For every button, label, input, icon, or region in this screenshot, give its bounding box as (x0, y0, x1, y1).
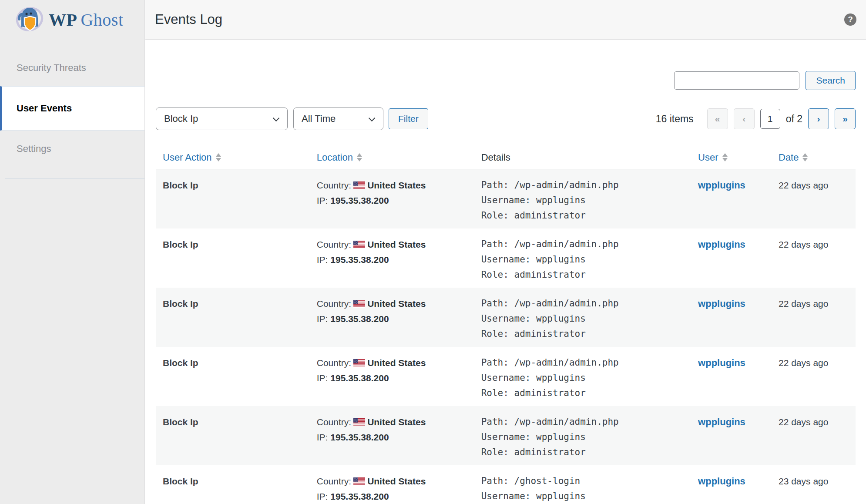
user-link[interactable]: wpplugins (698, 476, 745, 487)
us-flag-icon (353, 241, 365, 249)
filter-row: Block Ip All Time Filter 16 items « ‹ of… (156, 108, 856, 130)
help-icon[interactable]: ? (844, 13, 856, 26)
user-action-cell: Block Ip (156, 347, 310, 406)
time-filter-select[interactable]: All Time (293, 108, 383, 130)
ip-line: IP: 195.35.38.200 (317, 193, 467, 208)
details-line: Path: /wp-admin/admin.php (481, 237, 684, 252)
location-cell: Country:United States IP: 195.35.38.200 (310, 169, 474, 229)
search-button[interactable]: Search (806, 71, 856, 90)
column-header-date[interactable]: Date (772, 146, 856, 169)
details-line: Username: wpplugins (481, 370, 684, 386)
sidebar-item-security-threats[interactable]: Security Threats (0, 50, 144, 86)
user-link[interactable]: wpplugins (698, 180, 745, 191)
next-page-button[interactable]: › (808, 108, 829, 129)
location-cell: Country:United States IP: 195.35.38.200 (310, 465, 474, 504)
us-flag-icon (353, 300, 365, 308)
date-cell: 22 days ago (772, 347, 856, 406)
details-line: Role: administrator (481, 386, 684, 401)
date-cell: 22 days ago (772, 406, 856, 465)
user-link[interactable]: wpplugins (698, 357, 745, 368)
column-header-location[interactable]: Location (310, 146, 474, 169)
logo-text: WPGhost (49, 10, 124, 30)
table-row: Block Ip Country:United States IP: 195.3… (156, 465, 856, 504)
filter-button[interactable]: Filter (389, 108, 428, 129)
main-area: Events Log ? Search Block Ip All Time Fi… (145, 0, 866, 504)
details-line: Role: administrator (481, 445, 684, 460)
sidebar-item-user-events[interactable]: User Events (0, 86, 144, 131)
action-filter-select[interactable]: Block Ip (156, 108, 288, 130)
us-flag-icon (353, 359, 365, 367)
country-line: Country:United States (317, 178, 467, 193)
sort-icon[interactable] (722, 153, 728, 161)
ip-line: IP: 195.35.38.200 (317, 430, 467, 445)
page-header: Events Log ? (145, 0, 866, 40)
sidebar-nav: Security Threats User Events Settings (0, 50, 144, 179)
chevron-down-icon (273, 115, 280, 122)
details-cell: Path: /ghost-login Username: wpplugins (474, 465, 691, 504)
first-page-button[interactable]: « (707, 108, 728, 129)
column-header-user[interactable]: User (691, 146, 772, 169)
user-cell: wpplugins (691, 347, 772, 406)
date-cell: 22 days ago (772, 288, 856, 347)
sidebar-divider (5, 178, 144, 179)
user-link[interactable]: wpplugins (698, 239, 745, 250)
table-row: Block Ip Country:United States IP: 195.3… (156, 228, 856, 288)
details-line: Path: /wp-admin/admin.php (481, 414, 684, 430)
user-cell: wpplugins (691, 288, 772, 347)
logo-text-wp: WP (49, 10, 77, 30)
table-row: Block Ip Country:United States IP: 195.3… (156, 169, 856, 229)
column-header-user-action[interactable]: User Action (156, 146, 310, 169)
last-page-button[interactable]: » (835, 108, 856, 129)
us-flag-icon (353, 477, 365, 485)
details-line: Role: administrator (481, 326, 684, 342)
user-link[interactable]: wpplugins (698, 298, 745, 309)
user-link[interactable]: wpplugins (698, 417, 745, 427)
sidebar: WPGhost Security Threats User Events Set… (0, 0, 145, 504)
events-table: User Action Location Details User Date (156, 146, 856, 504)
location-cell: Country:United States IP: 195.35.38.200 (310, 347, 474, 406)
current-page-input[interactable] (760, 109, 780, 129)
country-line: Country:United States (317, 414, 467, 430)
details-cell: Path: /wp-admin/admin.php Username: wppl… (474, 288, 691, 347)
ip-line: IP: 195.35.38.200 (317, 311, 467, 326)
action-filter-value: Block Ip (164, 113, 198, 124)
us-flag-icon (353, 418, 365, 426)
details-line: Path: /wp-admin/admin.php (481, 355, 684, 370)
details-line: Username: wpplugins (481, 489, 684, 504)
sort-icon[interactable] (357, 153, 362, 161)
pagination: 16 items « ‹ of 2 › » (656, 108, 856, 129)
total-pages-label: of 2 (786, 113, 802, 125)
items-count: 16 items (656, 113, 694, 125)
location-cell: Country:United States IP: 195.35.38.200 (310, 288, 474, 347)
country-line: Country:United States (317, 296, 467, 311)
details-line: Username: wpplugins (481, 193, 684, 208)
user-cell: wpplugins (691, 169, 772, 229)
time-filter-value: All Time (302, 113, 336, 124)
page-title: Events Log (155, 12, 222, 27)
details-line: Role: administrator (481, 267, 684, 282)
table-row: Block Ip Country:United States IP: 195.3… (156, 347, 856, 406)
search-row: Search (156, 71, 856, 90)
chevron-down-icon (369, 115, 376, 122)
sort-icon[interactable] (802, 153, 808, 161)
user-action-cell: Block Ip (156, 288, 310, 347)
sort-icon[interactable] (216, 153, 221, 161)
logo-text-ghost: Ghost (81, 10, 123, 30)
sidebar-item-settings[interactable]: Settings (0, 131, 144, 167)
details-line: Path: /wp-admin/admin.php (481, 178, 684, 193)
country-line: Country:United States (317, 237, 467, 252)
details-line: Role: administrator (481, 208, 684, 223)
column-header-details: Details (474, 146, 691, 169)
details-line: Username: wpplugins (481, 311, 684, 326)
search-input[interactable] (674, 71, 799, 90)
user-cell: wpplugins (691, 465, 772, 504)
country-line: Country:United States (317, 355, 467, 370)
table-row: Block Ip Country:United States IP: 195.3… (156, 406, 856, 465)
prev-page-button[interactable]: ‹ (734, 108, 755, 129)
content: Search Block Ip All Time Filter 16 items… (145, 71, 866, 504)
user-action-cell: Block Ip (156, 406, 310, 465)
ip-line: IP: 195.35.38.200 (317, 489, 467, 504)
table-header-row: User Action Location Details User Date (156, 146, 856, 169)
user-cell: wpplugins (691, 228, 772, 288)
user-action-cell: Block Ip (156, 169, 310, 229)
